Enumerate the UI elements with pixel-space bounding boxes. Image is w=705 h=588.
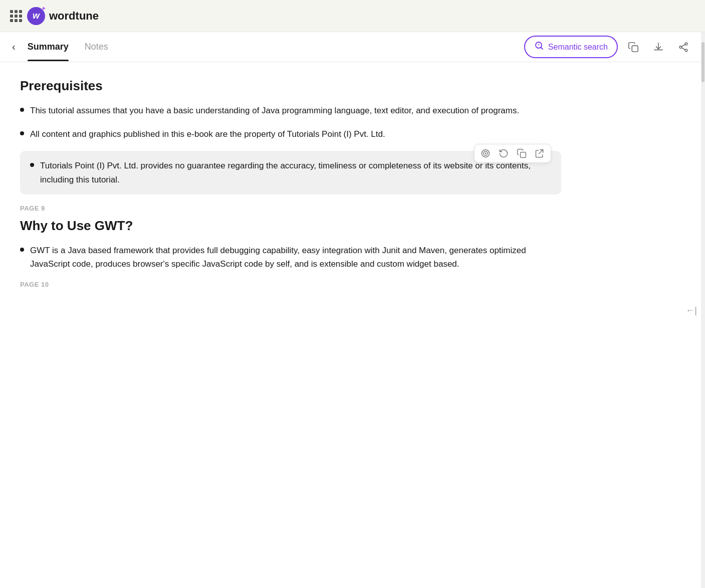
bullet-item-1: This tutorial assumes that you have a ba…: [20, 104, 561, 117]
collapse-handle[interactable]: ←|: [685, 305, 697, 315]
copy-action-icon[interactable]: [517, 148, 527, 158]
highlighted-bullet-list: Tutorials Point (I) Pvt. Ltd. provides n…: [30, 159, 551, 186]
bullet-dot-4: [20, 248, 24, 252]
svg-rect-2: [632, 46, 638, 52]
section1-heading: Prerequisites: [20, 78, 561, 94]
export-action-icon[interactable]: [535, 148, 545, 158]
page-10-label: PAGE 10: [20, 281, 561, 288]
bullet-dot-1: [20, 108, 24, 112]
target-action-icon[interactable]: [481, 148, 491, 158]
svg-point-4: [679, 46, 682, 48]
content-area: Prerequisites This tutorial assumes that…: [0, 62, 581, 314]
svg-line-1: [541, 48, 543, 50]
logo-circle: w ✦: [27, 7, 45, 25]
semantic-search-button[interactable]: Semantic search: [524, 36, 618, 58]
bullet-item-4: GWT is a Java based framework that provi…: [20, 244, 561, 271]
refresh-action-icon[interactable]: [499, 148, 509, 158]
logo-text: wordtune: [49, 10, 99, 23]
svg-line-7: [682, 48, 685, 50]
page-9-label: PAGE 9: [20, 205, 561, 212]
svg-rect-11: [521, 152, 526, 158]
bullet-list-2: GWT is a Java based framework that provi…: [20, 244, 561, 271]
back-button[interactable]: ‹: [12, 39, 20, 55]
svg-point-10: [485, 153, 486, 154]
logo-letter: w: [33, 11, 40, 21]
tab-bar: ‹ Summary Notes Semantic search: [0, 32, 705, 62]
share-button[interactable]: [674, 38, 693, 57]
action-toolbar: [474, 144, 551, 163]
wordtune-logo[interactable]: w ✦ wordtune: [27, 7, 99, 25]
main-container: ‹ Summary Notes Semantic search: [0, 32, 705, 588]
copy-button[interactable]: [624, 38, 643, 57]
svg-point-5: [685, 49, 687, 52]
bullet-item-3: Tutorials Point (I) Pvt. Ltd. provides n…: [30, 159, 551, 186]
bullet-text-4: GWT is a Java based framework that provi…: [30, 244, 561, 271]
semantic-search-icon: [534, 41, 544, 53]
scrollbar-track[interactable]: [701, 32, 705, 588]
tab-summary[interactable]: Summary: [20, 33, 77, 61]
bullet-text-1: This tutorial assumes that you have a ba…: [30, 104, 519, 117]
highlighted-item: Tutorials Point (I) Pvt. Ltd. provides n…: [20, 151, 561, 194]
toolbar-right: Semantic search: [524, 36, 693, 58]
bullet-text-3: Tutorials Point (I) Pvt. Ltd. provides n…: [40, 159, 551, 186]
bullet-list-1: This tutorial assumes that you have a ba…: [20, 104, 561, 141]
bullet-text-2: All content and graphics published in th…: [30, 127, 385, 141]
section2-heading: Why to Use GWT?: [20, 218, 561, 234]
collapse-icon: ←|: [685, 305, 697, 315]
bullet-dot-2: [20, 131, 24, 135]
download-button[interactable]: [649, 38, 668, 57]
svg-line-6: [682, 44, 685, 46]
grid-menu-icon[interactable]: [10, 10, 22, 22]
bullet-dot-3: [30, 163, 34, 167]
navbar: w ✦ wordtune: [0, 0, 705, 32]
svg-point-3: [685, 43, 687, 45]
semantic-search-label: Semantic search: [548, 43, 608, 52]
logo-star-icon: ✦: [41, 5, 46, 12]
tab-notes[interactable]: Notes: [77, 33, 116, 61]
bullet-item-2: All content and graphics published in th…: [20, 127, 561, 141]
scrollbar-thumb[interactable]: [701, 42, 704, 82]
